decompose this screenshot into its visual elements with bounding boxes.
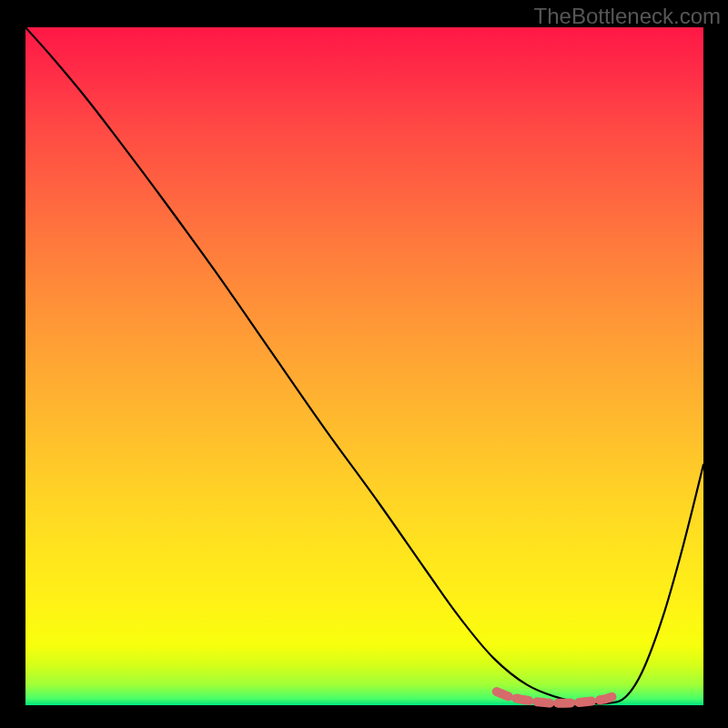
chart-frame: [25, 27, 703, 705]
bottleneck-curve: [25, 27, 703, 704]
watermark-text: TheBottleneck.com: [534, 4, 721, 29]
chart-root: TheBottleneck.com: [0, 0, 728, 728]
plot-area: [25, 27, 703, 705]
chart-svg: [25, 27, 703, 705]
